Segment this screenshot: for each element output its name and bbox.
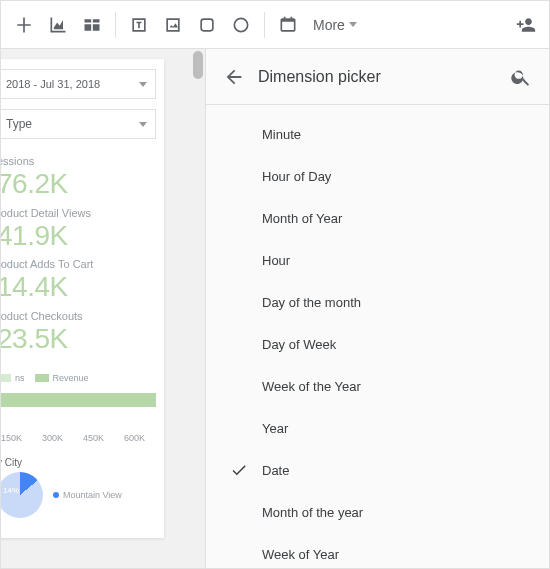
image-icon[interactable]	[156, 8, 190, 42]
legend-item: Revenue	[53, 373, 89, 383]
separator	[115, 12, 116, 38]
search-button[interactable]	[507, 63, 535, 91]
metric-value: 23.5K	[1, 322, 156, 356]
toolbar: More	[1, 1, 549, 49]
scrollbar-thumb[interactable]	[193, 51, 203, 79]
dimension-label: Year	[262, 421, 288, 436]
metric-value: 14.4K	[1, 270, 156, 304]
type-label: Type	[6, 117, 32, 131]
text-box-icon[interactable]	[122, 8, 156, 42]
dimension-label: Month of the year	[262, 505, 363, 520]
separator	[264, 12, 265, 38]
metric-label: roduct Checkouts	[1, 310, 156, 322]
dimension-item[interactable]: Date	[206, 449, 549, 491]
more-menu[interactable]: More	[305, 8, 365, 42]
metric-label: essions	[1, 155, 156, 167]
legend-item: ns	[15, 373, 25, 383]
pie-legend: Mountain View	[53, 490, 122, 500]
metric-label: roduct Detail Views	[1, 207, 156, 219]
table-icon[interactable]	[75, 8, 109, 42]
dimension-item[interactable]: Week of Year	[206, 533, 549, 568]
dimension-label: Month of Year	[262, 211, 342, 226]
date-range-text: 2018 - Jul 31, 2018	[6, 78, 100, 90]
pie-chart: 14%	[1, 472, 43, 518]
metric-value: 41.9K	[1, 219, 156, 253]
metric-value: 76.2K	[1, 167, 156, 201]
chevron-down-icon	[139, 82, 147, 87]
metric-label: roduct Adds To Cart	[1, 258, 156, 270]
dimension-item[interactable]: Day of Week	[206, 323, 549, 365]
date-range-icon[interactable]	[271, 8, 305, 42]
chart-area-icon[interactable]	[41, 8, 75, 42]
scrollbar[interactable]	[191, 49, 205, 568]
svg-rect-0	[201, 19, 213, 31]
add-person-icon[interactable]	[509, 8, 543, 42]
check-icon	[230, 461, 248, 479]
dimension-picker-panel: Dimension picker MinuteHour of DayMonth …	[205, 49, 549, 568]
chart-axis: 150K 300K 450K 600K	[1, 433, 156, 443]
chevron-down-icon	[139, 122, 147, 127]
dimension-label: Week of the Year	[262, 379, 361, 394]
circle-icon[interactable]	[224, 8, 258, 42]
rectangle-icon[interactable]	[190, 8, 224, 42]
report-canvas: 2018 - Jul 31, 2018 Type essions76.2Krod…	[1, 49, 191, 568]
legend: ns Revenue	[1, 373, 156, 383]
dimension-label: Date	[262, 463, 289, 478]
dimension-item[interactable]: Hour	[206, 239, 549, 281]
dimension-label: Week of Year	[262, 547, 339, 562]
dimension-label: Day of Week	[262, 337, 336, 352]
date-range-picker[interactable]: 2018 - Jul 31, 2018	[1, 69, 156, 99]
dimension-item[interactable]: Month of the year	[206, 491, 549, 533]
dimension-item[interactable]: Minute	[206, 113, 549, 155]
dimension-item[interactable]: Day of the month	[206, 281, 549, 323]
dimension-item[interactable]: Week of the Year	[206, 365, 549, 407]
dimension-list: MinuteHour of DayMonth of YearHourDay of…	[206, 105, 549, 568]
align-center-icon[interactable]	[7, 8, 41, 42]
type-dropdown[interactable]: Type	[1, 109, 156, 139]
bar-chart	[1, 393, 156, 407]
dimension-label: Hour of Day	[262, 169, 331, 184]
more-label: More	[313, 17, 345, 33]
dimension-label: Day of the month	[262, 295, 361, 310]
dimension-item[interactable]: Year	[206, 407, 549, 449]
dimension-label: Hour	[262, 253, 290, 268]
chevron-down-icon	[349, 22, 357, 27]
dimension-item[interactable]: Hour of Day	[206, 155, 549, 197]
panel-title: Dimension picker	[258, 68, 507, 86]
svg-point-1	[234, 18, 247, 31]
section-title: y City	[1, 457, 156, 468]
back-button[interactable]	[220, 63, 248, 91]
dimension-label: Minute	[262, 127, 301, 142]
dimension-item[interactable]: Month of Year	[206, 197, 549, 239]
